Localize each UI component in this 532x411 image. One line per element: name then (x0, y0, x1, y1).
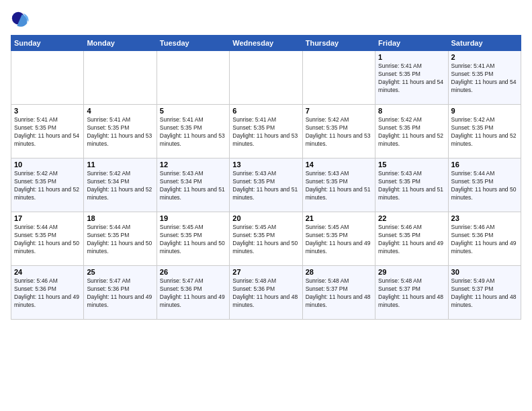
day-info: Sunrise: 5:42 AMSunset: 5:35 PMDaylight:… (306, 116, 372, 148)
day-number: 9 (451, 107, 518, 115)
day-info: Sunrise: 5:47 AMSunset: 5:36 PMDaylight:… (160, 277, 226, 310)
calendar-cell: 2Sunrise: 5:41 AMSunset: 5:35 PMDaylight… (448, 51, 521, 105)
day-info: Sunrise: 5:43 AMSunset: 5:35 PMDaylight:… (378, 170, 445, 202)
calendar-cell: 1Sunrise: 5:41 AMSunset: 5:35 PMDaylight… (375, 51, 448, 105)
day-info: Sunrise: 5:44 AMSunset: 5:35 PMDaylight:… (451, 170, 518, 202)
day-number: 30 (451, 268, 518, 276)
day-number: 27 (232, 268, 299, 276)
day-info: Sunrise: 5:42 AMSunset: 5:35 PMDaylight:… (451, 116, 518, 148)
day-number: 29 (378, 268, 445, 276)
day-info: Sunrise: 5:42 AMSunset: 5:35 PMDaylight:… (14, 170, 81, 202)
day-info: Sunrise: 5:49 AMSunset: 5:37 PMDaylight:… (451, 277, 518, 310)
day-info: Sunrise: 5:43 AMSunset: 5:34 PMDaylight:… (160, 170, 226, 202)
weekday-header-monday: Monday (84, 36, 157, 51)
day-info: Sunrise: 5:43 AMSunset: 5:35 PMDaylight:… (232, 170, 299, 202)
day-info: Sunrise: 5:45 AMSunset: 5:35 PMDaylight:… (232, 224, 299, 256)
day-number: 20 (232, 214, 299, 222)
calendar-week-1: 1Sunrise: 5:41 AMSunset: 5:35 PMDaylight… (11, 51, 521, 105)
calendar-cell: 12Sunrise: 5:43 AMSunset: 5:34 PMDayligh… (157, 158, 229, 212)
day-number: 18 (87, 214, 153, 222)
calendar-cell (11, 51, 84, 105)
calendar-cell: 7Sunrise: 5:42 AMSunset: 5:35 PMDaylight… (302, 105, 375, 158)
calendar-cell (230, 51, 302, 105)
day-number: 19 (160, 214, 226, 222)
day-number: 24 (14, 268, 81, 276)
calendar-cell: 4Sunrise: 5:41 AMSunset: 5:35 PMDaylight… (84, 105, 157, 158)
calendar-cell: 25Sunrise: 5:47 AMSunset: 5:36 PMDayligh… (84, 266, 157, 320)
day-number: 25 (87, 268, 153, 276)
calendar-cell: 17Sunrise: 5:44 AMSunset: 5:35 PMDayligh… (11, 212, 84, 266)
day-number: 4 (87, 107, 153, 115)
day-info: Sunrise: 5:41 AMSunset: 5:35 PMDaylight:… (451, 62, 518, 95)
day-number: 15 (378, 161, 445, 169)
header-top (11, 11, 521, 30)
day-number: 2 (451, 53, 518, 61)
day-number: 22 (378, 214, 445, 222)
calendar-cell: 11Sunrise: 5:42 AMSunset: 5:34 PMDayligh… (84, 158, 157, 212)
day-number: 10 (14, 161, 81, 169)
day-info: Sunrise: 5:45 AMSunset: 5:35 PMDaylight:… (306, 224, 372, 256)
calendar-cell: 16Sunrise: 5:44 AMSunset: 5:35 PMDayligh… (448, 158, 521, 212)
calendar-cell: 29Sunrise: 5:48 AMSunset: 5:37 PMDayligh… (375, 266, 448, 320)
day-info: Sunrise: 5:41 AMSunset: 5:35 PMDaylight:… (160, 116, 226, 148)
calendar-cell: 28Sunrise: 5:48 AMSunset: 5:37 PMDayligh… (302, 266, 375, 320)
calendar-week-2: 3Sunrise: 5:41 AMSunset: 5:35 PMDaylight… (11, 105, 521, 158)
calendar-cell: 27Sunrise: 5:48 AMSunset: 5:36 PMDayligh… (230, 266, 302, 320)
calendar-cell: 22Sunrise: 5:46 AMSunset: 5:35 PMDayligh… (375, 212, 448, 266)
day-number: 5 (160, 107, 226, 115)
day-info: Sunrise: 5:41 AMSunset: 5:35 PMDaylight:… (232, 116, 299, 148)
calendar-cell (157, 51, 229, 105)
day-info: Sunrise: 5:46 AMSunset: 5:36 PMDaylight:… (14, 277, 81, 310)
day-number: 21 (306, 214, 372, 222)
day-number: 12 (160, 161, 226, 169)
logo-icon (11, 11, 30, 30)
day-number: 14 (306, 161, 372, 169)
calendar-cell: 13Sunrise: 5:43 AMSunset: 5:35 PMDayligh… (230, 158, 302, 212)
calendar-week-3: 10Sunrise: 5:42 AMSunset: 5:35 PMDayligh… (11, 158, 521, 212)
day-number: 17 (14, 214, 81, 222)
calendar-cell: 23Sunrise: 5:46 AMSunset: 5:36 PMDayligh… (448, 212, 521, 266)
calendar-cell: 5Sunrise: 5:41 AMSunset: 5:35 PMDaylight… (157, 105, 229, 158)
weekday-header-thursday: Thursday (302, 36, 375, 51)
calendar-table: SundayMondayTuesdayWednesdayThursdayFrid… (11, 35, 521, 320)
day-number: 6 (232, 107, 299, 115)
day-info: Sunrise: 5:48 AMSunset: 5:36 PMDaylight:… (232, 277, 299, 310)
day-info: Sunrise: 5:44 AMSunset: 5:35 PMDaylight:… (14, 224, 81, 256)
calendar-cell: 21Sunrise: 5:45 AMSunset: 5:35 PMDayligh… (302, 212, 375, 266)
calendar-cell: 18Sunrise: 5:44 AMSunset: 5:35 PMDayligh… (84, 212, 157, 266)
weekday-header-row: SundayMondayTuesdayWednesdayThursdayFrid… (11, 36, 521, 51)
day-info: Sunrise: 5:48 AMSunset: 5:37 PMDaylight:… (306, 277, 372, 310)
day-info: Sunrise: 5:46 AMSunset: 5:36 PMDaylight:… (451, 224, 518, 256)
day-info: Sunrise: 5:45 AMSunset: 5:35 PMDaylight:… (160, 224, 226, 256)
calendar-cell: 15Sunrise: 5:43 AMSunset: 5:35 PMDayligh… (375, 158, 448, 212)
day-info: Sunrise: 5:42 AMSunset: 5:35 PMDaylight:… (378, 116, 445, 148)
day-number: 1 (378, 53, 445, 61)
day-number: 16 (451, 161, 518, 169)
logo (11, 11, 32, 30)
weekday-header-sunday: Sunday (11, 36, 84, 51)
day-info: Sunrise: 5:43 AMSunset: 5:35 PMDaylight:… (306, 170, 372, 202)
day-info: Sunrise: 5:44 AMSunset: 5:35 PMDaylight:… (87, 224, 153, 256)
calendar-cell: 26Sunrise: 5:47 AMSunset: 5:36 PMDayligh… (157, 266, 229, 320)
calendar-cell: 10Sunrise: 5:42 AMSunset: 5:35 PMDayligh… (11, 158, 84, 212)
calendar-week-4: 17Sunrise: 5:44 AMSunset: 5:35 PMDayligh… (11, 212, 521, 266)
day-info: Sunrise: 5:46 AMSunset: 5:35 PMDaylight:… (378, 224, 445, 256)
calendar-cell: 8Sunrise: 5:42 AMSunset: 5:35 PMDaylight… (375, 105, 448, 158)
calendar-cell (84, 51, 157, 105)
weekday-header-tuesday: Tuesday (157, 36, 229, 51)
calendar-cell (302, 51, 375, 105)
day-info: Sunrise: 5:47 AMSunset: 5:36 PMDaylight:… (87, 277, 153, 310)
day-number: 8 (378, 107, 445, 115)
calendar-week-5: 24Sunrise: 5:46 AMSunset: 5:36 PMDayligh… (11, 266, 521, 320)
calendar-cell: 14Sunrise: 5:43 AMSunset: 5:35 PMDayligh… (302, 158, 375, 212)
calendar-cell: 9Sunrise: 5:42 AMSunset: 5:35 PMDaylight… (448, 105, 521, 158)
weekday-header-friday: Friday (375, 36, 448, 51)
calendar-cell: 30Sunrise: 5:49 AMSunset: 5:37 PMDayligh… (448, 266, 521, 320)
day-info: Sunrise: 5:42 AMSunset: 5:34 PMDaylight:… (87, 170, 153, 202)
day-info: Sunrise: 5:41 AMSunset: 5:35 PMDaylight:… (14, 116, 81, 148)
day-number: 11 (87, 161, 153, 169)
calendar-cell: 3Sunrise: 5:41 AMSunset: 5:35 PMDaylight… (11, 105, 84, 158)
day-info: Sunrise: 5:41 AMSunset: 5:35 PMDaylight:… (378, 62, 445, 95)
day-number: 28 (306, 268, 372, 276)
weekday-header-wednesday: Wednesday (230, 36, 302, 51)
